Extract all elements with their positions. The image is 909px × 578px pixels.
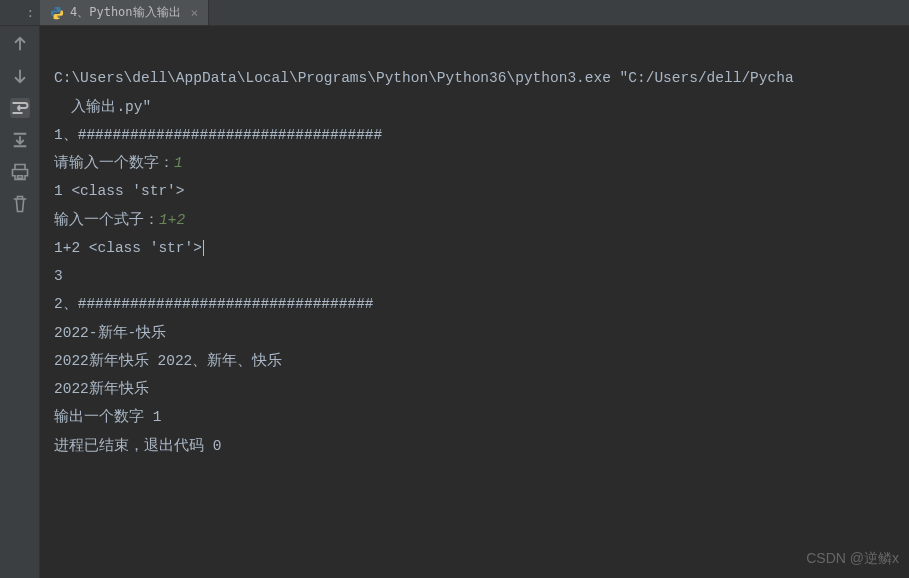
tab-title: 4、Python输入输出	[70, 4, 181, 21]
console-line: 2022新年快乐 2022、新年、快乐	[54, 347, 895, 375]
console-line: 1、###################################	[54, 121, 895, 149]
text-cursor	[203, 240, 204, 256]
console-line: 输入一个式子：1+2	[54, 206, 895, 234]
file-tab[interactable]: 4、Python输入输出 ×	[40, 0, 209, 25]
console-line: 输出一个数字 1	[54, 403, 895, 431]
console-output[interactable]: C:\Users\dell\AppData\Local\Programs\Pyt…	[40, 26, 909, 578]
user-input: 1	[174, 155, 183, 171]
arrow-up-icon[interactable]	[10, 34, 30, 54]
scroll-to-end-icon[interactable]	[10, 130, 30, 150]
console-line: 1 <class 'str'>	[54, 177, 895, 205]
console-line: 请输入一个数字：1	[54, 149, 895, 177]
console-line: 3	[54, 262, 895, 290]
tab-bar: : 4、Python输入输出 ×	[0, 0, 909, 26]
print-icon[interactable]	[10, 162, 30, 182]
console-line: 1+2 <class 'str'>	[54, 234, 895, 262]
console-line: 2022新年快乐	[54, 375, 895, 403]
console-line: 2022-新年-快乐	[54, 319, 895, 347]
watermark: CSDN @逆鳞x	[806, 550, 899, 568]
close-icon[interactable]: ×	[191, 5, 199, 20]
soft-wrap-icon[interactable]	[10, 98, 30, 118]
run-tool-label: :	[0, 0, 40, 25]
user-input: 1+2	[159, 212, 185, 228]
python-icon	[50, 6, 64, 20]
gutter-toolbar	[0, 26, 40, 578]
console-line: 入输出.py"	[54, 93, 895, 121]
console-line: C:\Users\dell\AppData\Local\Programs\Pyt…	[54, 64, 895, 92]
arrow-down-icon[interactable]	[10, 66, 30, 86]
trash-icon[interactable]	[10, 194, 30, 214]
console-line: 2、##################################	[54, 290, 895, 318]
main-area: C:\Users\dell\AppData\Local\Programs\Pyt…	[0, 26, 909, 578]
console-line: 进程已结束，退出代码 0	[54, 432, 895, 460]
